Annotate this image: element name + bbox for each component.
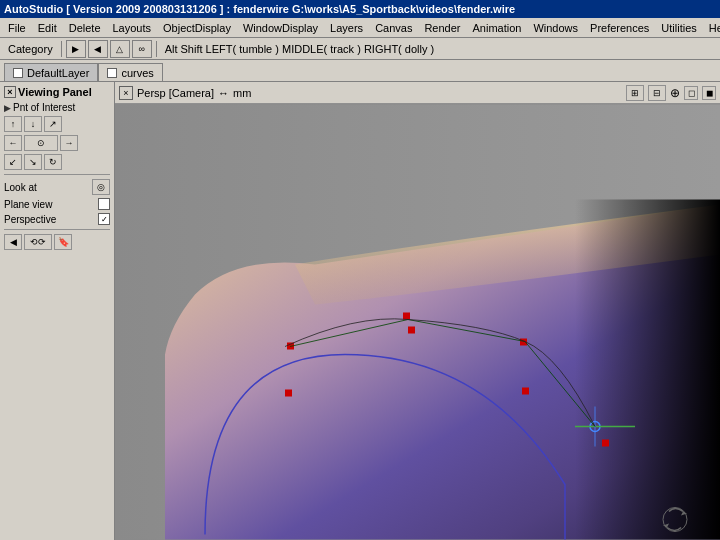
orbit-btn[interactable]: ⊙ (24, 135, 58, 151)
panel-move-row1: ↑ ↓ ↗ (4, 116, 110, 132)
panel-planeview-row: Plane view (4, 198, 110, 210)
tab-curves[interactable]: curves (98, 63, 162, 81)
panel-title-text: Viewing Panel (18, 86, 92, 98)
move-up-btn[interactable]: ↑ (4, 116, 22, 132)
title-bar: AutoStudio [ Version 2009 200803131206 ]… (0, 0, 720, 18)
view-header: × Persp [Camera] ↔ mm ⊞ ⊟ ⊕ ◻ ◼ (115, 82, 720, 104)
lookat-label: Look at (4, 182, 90, 193)
nav-back-btn[interactable]: ◀ (4, 234, 22, 250)
panel-move-row3: ↙ ↘ ↻ (4, 154, 110, 170)
perspective-label: Perspective (4, 214, 96, 225)
nav-bookmark-btn[interactable]: 🔖 (54, 234, 72, 250)
menu-windowdisplay[interactable]: WindowDisplay (237, 20, 324, 36)
perspective-checkbox[interactable]: ✓ (98, 213, 110, 225)
left-panel: × Viewing Panel ▶ Pnt of Interest ↑ ↓ ↗ … (0, 82, 115, 540)
move-down-btn[interactable]: ↓ (24, 116, 42, 132)
menu-windows[interactable]: Windows (527, 20, 584, 36)
menu-file[interactable]: File (2, 20, 32, 36)
camera-label: Persp [Camera] (137, 87, 214, 99)
panel-lookat-row: Look at ◎ (4, 179, 110, 195)
menu-edit[interactable]: Edit (32, 20, 63, 36)
arrow-icon: ↔ (218, 87, 229, 99)
menu-delete[interactable]: Delete (63, 20, 107, 36)
ctrl-pt-3 (403, 313, 410, 320)
tab-curves-label: curves (121, 67, 153, 79)
nav-play-btn[interactable]: ⟲⟳ (24, 234, 52, 250)
menu-render[interactable]: Render (418, 20, 466, 36)
toolbar-btn-3[interactable]: △ (110, 40, 130, 58)
tab-curves-checkbox[interactable] (107, 68, 117, 78)
move-left-btn[interactable]: ← (4, 135, 22, 151)
menu-layers[interactable]: Layers (324, 20, 369, 36)
move-br-btn[interactable]: ↘ (24, 154, 42, 170)
ctrl-pt-2 (285, 390, 292, 397)
tab-bar: DefaultLayer curves (0, 60, 720, 82)
ctrl-pt-7 (602, 440, 609, 447)
unit-label: mm (233, 87, 251, 99)
menu-layouts[interactable]: Layouts (107, 20, 158, 36)
menu-preferences[interactable]: Preferences (584, 20, 655, 36)
menu-canvas[interactable]: Canvas (369, 20, 418, 36)
viewport[interactable]: × Persp [Camera] ↔ mm ⊞ ⊟ ⊕ ◻ ◼ (115, 82, 720, 540)
toolbar-btn-4[interactable]: ∞ (132, 40, 152, 58)
panel-move-row2: ← ⊙ → (4, 135, 110, 151)
panel-close-btn[interactable]: × (4, 86, 16, 98)
rotate-btn[interactable]: ↻ (44, 154, 62, 170)
planeview-checkbox[interactable] (98, 198, 110, 210)
title-text: AutoStudio [ Version 2009 200803131206 ]… (4, 3, 515, 15)
toolbar-btn-1[interactable]: ▶ (66, 40, 86, 58)
menu-objectdisplay[interactable]: ObjectDisplay (157, 20, 237, 36)
menu-utilities[interactable]: Utilities (655, 20, 702, 36)
toolbar-separator-1 (61, 41, 62, 57)
zoom-fit-btn[interactable]: ⊞ (626, 85, 644, 101)
zoom-out-btn[interactable]: ◼ (702, 86, 716, 100)
viewport-snap-btn[interactable]: ⊟ (648, 85, 666, 101)
viewport-close-btn[interactable]: × (119, 86, 133, 100)
mode-hint-text: Alt Shift LEFT( tumble ) MIDDLE( track )… (161, 43, 439, 55)
panel-poi-row: ▶ Pnt of Interest (4, 102, 110, 113)
ctrl-pt-4 (408, 327, 415, 334)
poi-label: Pnt of Interest (13, 102, 75, 113)
tab-defaultlayer-label: DefaultLayer (27, 67, 89, 79)
car-shadow (575, 200, 720, 540)
move-bl-btn[interactable]: ↙ (4, 154, 22, 170)
menu-help[interactable]: Help (703, 20, 720, 36)
panel-sep-1 (4, 174, 110, 175)
panel-title-row: × Viewing Panel (4, 86, 110, 98)
zoom-in-btn[interactable]: ◻ (684, 86, 698, 100)
main-area: × Viewing Panel ▶ Pnt of Interest ↑ ↓ ↗ … (0, 82, 720, 540)
scene-svg (115, 104, 720, 540)
category-label: Category (4, 43, 57, 55)
toolbar-btn-2[interactable]: ◀ (88, 40, 108, 58)
panel-perspective-row: Perspective ✓ (4, 213, 110, 225)
ctrl-pt-6 (522, 388, 529, 395)
toolbar-separator-2 (156, 41, 157, 57)
lookat-icon-btn[interactable]: ◎ (92, 179, 110, 195)
menu-animation[interactable]: Animation (467, 20, 528, 36)
planeview-label: Plane view (4, 199, 96, 210)
panel-poi-section: ▶ Pnt of Interest (4, 102, 110, 113)
zoom-icon: ⊕ (670, 86, 680, 100)
move-right-btn[interactable]: → (60, 135, 78, 151)
panel-nav-row: ◀ ⟲⟳ 🔖 (4, 234, 110, 250)
tab-defaultlayer[interactable]: DefaultLayer (4, 63, 98, 81)
menu-bar: File Edit Delete Layouts ObjectDisplay W… (0, 18, 720, 38)
panel-sep-2 (4, 229, 110, 230)
tab-defaultlayer-checkbox[interactable] (13, 68, 23, 78)
toolbar: Category ▶ ◀ △ ∞ Alt Shift LEFT( tumble … (0, 38, 720, 60)
move-diag-btn[interactable]: ↗ (44, 116, 62, 132)
